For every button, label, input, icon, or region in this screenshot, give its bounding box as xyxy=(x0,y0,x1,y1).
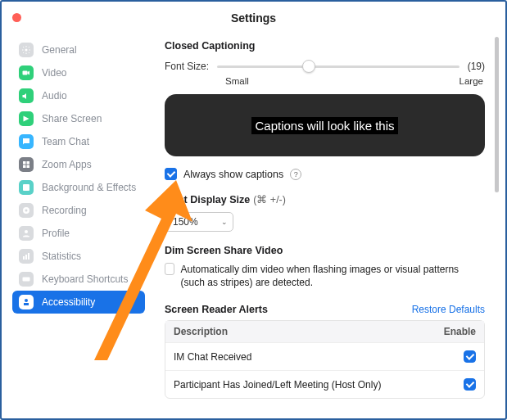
svg-rect-10 xyxy=(23,256,25,260)
chevron-down-icon: ⌄ xyxy=(221,218,228,226)
svg-rect-5 xyxy=(27,165,30,169)
section-dim-title: Dim Screen Share Video xyxy=(165,245,485,256)
sidebar-icon xyxy=(19,249,34,264)
window-controls[interactable] xyxy=(12,13,21,22)
svg-rect-12 xyxy=(28,253,29,260)
scrollbar[interactable] xyxy=(495,37,499,192)
sidebar-item-share-screen[interactable]: Share Screen xyxy=(12,107,145,130)
sidebar-icon xyxy=(19,111,34,126)
slider-thumb-icon[interactable] xyxy=(302,60,315,73)
content-pane: Closed Captioning Font Size: (19) Small … xyxy=(152,32,503,416)
svg-rect-2 xyxy=(23,161,26,165)
slider-small-label: Small xyxy=(225,76,249,86)
sidebar-item-team-chat[interactable]: Team Chat xyxy=(12,130,145,153)
svg-point-9 xyxy=(25,230,28,233)
sidebar-icon xyxy=(19,43,34,57)
chat-display-size-value: 150% xyxy=(173,216,198,228)
slider-large-label: Large xyxy=(459,76,483,86)
svg-point-8 xyxy=(25,210,28,212)
sidebar: GeneralVideoAudioShare ScreenTeam ChatZo… xyxy=(4,32,152,416)
alert-description: IM Chat Received xyxy=(174,351,464,363)
sidebar-icon xyxy=(19,226,34,241)
font-size-slider[interactable] xyxy=(217,58,459,75)
sidebar-icon xyxy=(19,203,34,218)
alert-description: Participant Has Joined/Left Meeting (Hos… xyxy=(174,379,464,391)
sidebar-icon xyxy=(19,88,34,103)
alert-enable-checkbox[interactable] xyxy=(464,350,476,363)
dim-video-label: Automatically dim video when flashing im… xyxy=(181,263,485,289)
section-closed-captioning-title: Closed Captioning xyxy=(165,40,485,52)
svg-rect-3 xyxy=(27,161,30,165)
restore-defaults-link[interactable]: Restore Defaults xyxy=(412,304,485,315)
sidebar-item-general[interactable]: General xyxy=(12,38,145,61)
titlebar: Settings xyxy=(4,4,503,32)
svg-rect-13 xyxy=(23,278,30,282)
caption-preview-text: Captions will look like this xyxy=(251,117,397,134)
table-row: IM Chat Received xyxy=(165,342,484,370)
dim-video-checkbox[interactable] xyxy=(165,263,174,275)
sidebar-item-statistics[interactable]: Statistics xyxy=(12,245,145,268)
always-show-captions-label: Always show captions xyxy=(183,169,283,180)
section-screen-reader-title: Screen Reader Alerts xyxy=(165,304,268,315)
svg-rect-1 xyxy=(23,71,28,75)
col-description: Description xyxy=(174,326,444,337)
sidebar-item-label: Profile xyxy=(42,228,70,239)
sidebar-icon xyxy=(19,157,34,172)
sidebar-item-label: Share Screen xyxy=(42,113,102,124)
window-title: Settings xyxy=(4,11,503,25)
sidebar-item-label: General xyxy=(42,44,77,56)
sidebar-item-accessibility[interactable]: Accessibility xyxy=(12,291,145,314)
table-row: Participant Has Joined/Left Meeting (Hos… xyxy=(165,370,484,398)
sidebar-item-label: Audio xyxy=(42,90,67,102)
caption-preview: Captions will look like this xyxy=(165,94,485,156)
sidebar-item-label: Keyboard Shortcuts xyxy=(42,273,128,285)
sidebar-item-profile[interactable]: Profile xyxy=(12,222,145,245)
sidebar-item-background-effects[interactable]: Background & Effects xyxy=(12,176,145,199)
font-size-value: (19) xyxy=(468,61,485,72)
font-size-label: Font Size: xyxy=(165,61,209,72)
sidebar-item-audio[interactable]: Audio xyxy=(12,84,145,107)
sidebar-icon xyxy=(19,65,34,80)
screen-reader-table: Description Enable IM Chat ReceivedParti… xyxy=(165,320,485,399)
help-icon[interactable]: ? xyxy=(290,169,301,180)
always-show-captions-checkbox[interactable] xyxy=(165,168,177,180)
sidebar-item-video[interactable]: Video xyxy=(12,61,145,84)
sidebar-item-label: Accessibility xyxy=(42,296,95,308)
sidebar-icon xyxy=(19,180,34,195)
alert-enable-checkbox[interactable] xyxy=(464,378,476,391)
svg-rect-11 xyxy=(25,255,27,260)
sidebar-icon xyxy=(19,134,34,149)
sidebar-item-label: Zoom Apps xyxy=(42,159,92,170)
svg-rect-4 xyxy=(23,165,26,169)
sidebar-item-label: Background & Effects xyxy=(42,182,136,193)
section-chat-display-title: Chat Display Size(⌘ +/-) xyxy=(165,193,485,205)
sidebar-item-label: Team Chat xyxy=(42,136,89,147)
sidebar-item-recording[interactable]: Recording xyxy=(12,199,145,222)
sidebar-icon xyxy=(19,272,34,287)
svg-rect-6 xyxy=(23,184,29,191)
svg-point-0 xyxy=(25,49,28,52)
chat-display-size-select[interactable]: 150% ⌄ xyxy=(165,212,233,232)
sidebar-item-keyboard-shortcuts[interactable]: Keyboard Shortcuts xyxy=(12,268,145,291)
sidebar-item-label: Recording xyxy=(42,205,87,216)
sidebar-item-label: Statistics xyxy=(42,251,81,262)
svg-point-14 xyxy=(25,299,28,302)
col-enable: Enable xyxy=(444,326,476,337)
sidebar-item-label: Video xyxy=(42,67,66,79)
sidebar-icon xyxy=(19,295,34,309)
close-icon[interactable] xyxy=(12,13,21,22)
sidebar-item-zoom-apps[interactable]: Zoom Apps xyxy=(12,153,145,176)
